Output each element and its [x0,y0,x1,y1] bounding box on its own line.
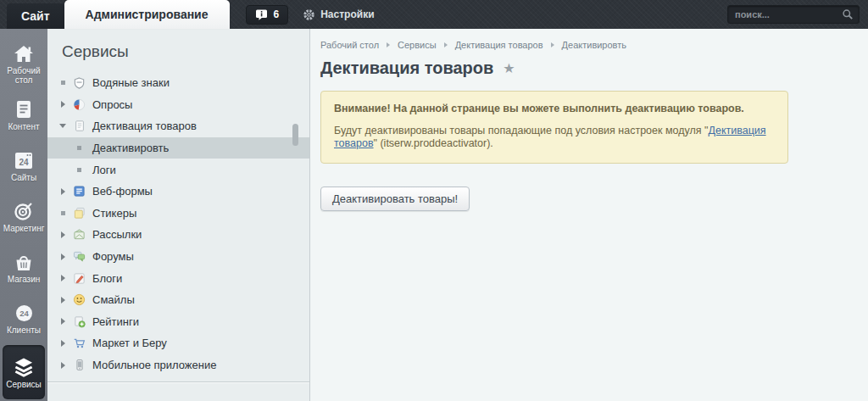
menu-scrollbar-thumb[interactable] [292,124,298,146]
collapse-arrow-icon[interactable] [57,124,69,128]
page-title-row: Дективация товаров ★ [320,58,868,78]
menu-item-label: Маркет и Беру [92,337,167,349]
rail-item-marketing[interactable]: Маркетинг [3,192,45,242]
search-input[interactable] [735,9,842,19]
menu-item-label: Смайлы [92,293,135,306]
expand-arrow-icon[interactable] [57,231,69,238]
menu-item-smiles[interactable]: Смайлы [47,289,309,311]
rail-item-label: Клиенты [5,326,42,335]
breadcrumb-desktop[interactable]: Рабочий стол [320,40,379,50]
menu-item-polls[interactable]: Опросы [47,94,309,116]
expand-arrow-icon[interactable] [57,340,69,347]
menu-item-ratings[interactable]: Рейтинги [47,311,309,333]
browser-window-icon: 24 [14,151,34,170]
menu-item-forums[interactable]: Форумы [47,246,309,268]
notifications-badge[interactable]: 6 [246,5,289,25]
target-icon [14,201,34,221]
notice-line-2: Будут деактивированы товары попадающие п… [334,125,775,151]
svg-text:24: 24 [19,158,29,167]
search-icon[interactable] [842,8,854,20]
rail-item-label: Рабочий стол [3,66,45,85]
notice-text: " (itserw.proddeactivator). [374,137,493,149]
breadcrumb: Рабочий стол Сервисы Дективация товаров … [320,29,868,50]
item-bullet [57,211,69,215]
menu-item-label: Водяные знаки [92,76,170,89]
main-content: Рабочий стол Сервисы Дективация товаров … [310,29,868,401]
menu-item-webforms[interactable]: Веб-формы [47,181,309,203]
deactivate-products-button[interactable]: Деактивировать товары! [320,187,470,211]
menu-item-mobile-app[interactable]: Мобильное приложение [47,354,309,376]
menu-item-mailings[interactable]: Рассылки [47,224,309,246]
expand-arrow-icon[interactable] [57,297,69,304]
top-bar: Сайт Администрирование 6 Н [0,0,868,29]
breadcrumb-current: Деактивировть [562,40,626,50]
item-bullet [57,81,69,85]
notification-count: 6 [274,8,280,20]
rail-item-label: Магазин [6,275,42,284]
menu-title: Сервисы [47,29,309,72]
breadcrumb-separator-icon [551,42,554,47]
mobile-phone-icon [72,358,86,372]
breadcrumb-services[interactable]: Сервисы [398,40,437,50]
menu-item-label: Стикеры [92,207,136,220]
warning-notice: Внимание! На данной странице вы можете в… [320,91,788,164]
search-box [727,5,860,24]
menu-item-market[interactable]: Маркет и Беру [47,332,309,354]
menu-item-blogs[interactable]: Блоги [47,267,309,289]
expand-arrow-icon[interactable] [57,275,69,281]
breadcrumb-separator-icon [387,42,390,47]
tab-administration[interactable]: Администрирование [64,0,230,29]
home-icon [14,45,34,64]
menu-item-logs[interactable]: Логи [47,159,309,181]
settings-label: Настройки [320,8,374,20]
rail-item-label: Сайты [9,173,38,182]
rail-item-services[interactable]: Сервисы [3,345,45,399]
menu-item-label: Мобильное приложение [92,359,216,371]
web-form-icon [72,184,86,198]
rail-item-label: Сервисы [4,380,42,389]
expand-arrow-icon[interactable] [57,188,69,195]
smiley-icon [72,292,86,307]
expand-arrow-icon[interactable] [57,362,69,369]
menu-item-label: Дективация товаров [92,120,197,132]
expand-arrow-icon[interactable] [57,101,69,108]
page-title: Дективация товаров [320,58,493,78]
notice-line-1: Внимание! На данной странице вы можете в… [334,103,775,116]
page-icon [72,119,86,133]
basket-icon [14,253,34,272]
item-bullet [72,163,86,177]
breadcrumb-deactivation-module[interactable]: Дективация товаров [455,40,543,50]
pencil-icon [72,271,86,286]
expand-arrow-icon[interactable] [57,253,69,260]
gear-icon [303,8,315,21]
chat-bubbles-icon [72,249,86,264]
rail-item-label: Контент [6,122,41,131]
document-icon [14,99,33,120]
expand-arrow-icon[interactable] [57,318,69,325]
menu-divider [47,382,309,383]
rail-item-shop[interactable]: Магазин [3,243,45,292]
breadcrumb-separator-icon [444,42,448,47]
rail-item-desktop[interactable]: Рабочий стол [3,40,45,89]
item-bullet [72,141,86,155]
menu-item-label: Форумы [92,250,134,263]
menu-item-stickers[interactable]: Стикеры [47,203,309,225]
menu-item-label: Веб-формы [92,185,153,198]
envelope-icon [72,227,86,242]
menu-item-watermarks[interactable]: Водяные знаки [47,72,309,94]
left-rail: Рабочий стол Контент [0,29,47,401]
tab-site[interactable]: Сайт [7,3,64,29]
menu-item-deactivate[interactable]: Деактивировть [47,137,309,159]
favorite-star-icon[interactable]: ★ [503,62,515,75]
layers-icon [13,356,35,377]
rail-item-clients[interactable]: 24 Клиенты [3,294,45,343]
menu-item-deactivation-module[interactable]: Дективация товаров [47,115,309,137]
rail-item-sites[interactable]: 24 Сайты [3,142,45,191]
menu-item-label: Блоги [92,272,122,285]
settings-button[interactable]: Настройки [303,8,374,21]
info-bubble-icon [255,8,268,21]
add-rating-icon [72,315,86,329]
menu-item-label: Деактивировть [92,142,169,154]
notice-text: Будут деактивированы товары попадающие п… [334,125,708,136]
rail-item-content[interactable]: Контент [3,91,45,140]
